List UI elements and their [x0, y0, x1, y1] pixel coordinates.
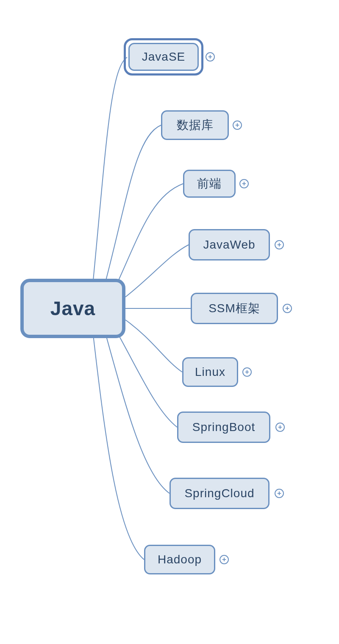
node-javase-selection: JavaSE — [124, 38, 203, 76]
node-javaweb[interactable]: JavaWeb — [189, 229, 270, 260]
node-label: SpringBoot — [192, 420, 256, 434]
node-label: SpringCloud — [184, 487, 254, 500]
expand-icon[interactable]: + — [233, 120, 242, 130]
expand-icon[interactable]: + — [275, 240, 284, 249]
expand-icon[interactable]: + — [275, 489, 284, 498]
expand-icon[interactable]: + — [242, 367, 252, 377]
expand-icon[interactable]: + — [206, 52, 215, 62]
expand-icon[interactable]: + — [239, 179, 249, 188]
expand-icon[interactable]: + — [283, 304, 292, 313]
node-label: Hadoop — [158, 553, 202, 566]
node-javase[interactable]: JavaSE — [128, 43, 199, 71]
node-springboot[interactable]: SpringBoot — [177, 412, 270, 443]
node-label: JavaSE — [142, 50, 186, 64]
node-hadoop[interactable]: Hadoop — [144, 545, 215, 574]
node-label: 数据库 — [177, 117, 214, 133]
node-label: 前端 — [197, 176, 222, 192]
node-springcloud[interactable]: SpringCloud — [170, 478, 270, 509]
node-database[interactable]: 数据库 — [161, 110, 229, 140]
node-frontend[interactable]: 前端 — [183, 170, 236, 198]
node-ssm[interactable]: SSM框架 — [191, 293, 278, 324]
node-linux[interactable]: Linux — [182, 357, 238, 387]
node-label: Linux — [195, 365, 225, 379]
expand-icon[interactable]: + — [275, 423, 285, 432]
root-node-java[interactable]: Java — [20, 279, 125, 338]
node-label: JavaWeb — [203, 238, 255, 252]
expand-icon[interactable]: + — [220, 555, 229, 564]
root-label: Java — [50, 297, 95, 320]
node-label: SSM框架 — [208, 300, 260, 316]
